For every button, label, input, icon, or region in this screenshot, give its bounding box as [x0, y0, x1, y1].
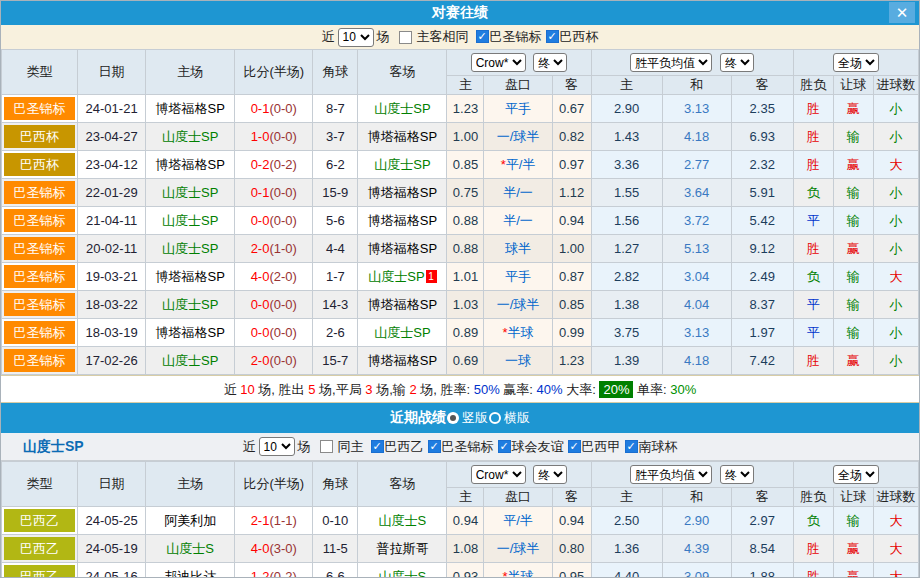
eu-draw-odds: 4.18 — [662, 123, 731, 151]
ah-home-odds: 1.00 — [447, 123, 484, 151]
col-type: 类型 — [2, 462, 78, 507]
home-team: 山度士SP — [146, 235, 235, 263]
ah-final-select[interactable]: 终 — [533, 465, 567, 484]
goals-result-cell: 大 — [873, 535, 918, 563]
odds-provider-select[interactable]: Crow* — [471, 53, 526, 72]
ah-home-odds: 0.85 — [447, 151, 484, 179]
eu-away-odds: 2.35 — [731, 95, 793, 123]
eu-home-odds: 1.36 — [591, 535, 662, 563]
horizontal-radio[interactable] — [489, 412, 501, 424]
eu-home-odds: 2.50 — [591, 507, 662, 535]
vertical-label: 竖版 — [462, 409, 488, 427]
eu-away-odds: 2.32 — [731, 151, 793, 179]
handicap-star: * — [501, 157, 506, 172]
corner-score: 6-2 — [313, 151, 358, 179]
checkbox-checked-icon[interactable] — [625, 440, 638, 453]
away-team: 山度士SP1 — [358, 263, 447, 291]
goals-result-cell: 大 — [873, 151, 918, 179]
scope-select[interactable]: 全场 — [833, 465, 879, 484]
handicap-result-cell: 赢 — [833, 235, 873, 263]
corner-score: 6-6 — [313, 563, 358, 578]
subcol-eu-away: 客 — [731, 488, 793, 507]
summary-token: 40% — [537, 382, 563, 397]
league-badge-cell: 巴西乙 — [2, 507, 78, 535]
checkbox-checked-icon[interactable] — [476, 30, 489, 43]
col-date: 日期 — [78, 462, 146, 507]
checkbox-checked-icon[interactable] — [428, 440, 441, 453]
result-cell: 负 — [793, 507, 833, 535]
eu-draw-odds: 4.18 — [662, 347, 731, 375]
handicap-star: * — [502, 325, 507, 340]
match-date: 24-01-21 — [78, 95, 146, 123]
goals-result-cell: 小 — [873, 347, 918, 375]
match-row: 巴圣锦标19-03-21博塔福格SP4-0(2-0)1-7山度士SP11.01平… — [2, 263, 919, 291]
away-team: 山度士S — [358, 563, 447, 578]
ah-away-odds: 0.99 — [552, 319, 591, 347]
odds-provider-select[interactable]: Crow* — [471, 465, 526, 484]
same-venue-checkbox[interactable] — [399, 31, 412, 44]
close-icon[interactable]: ✕ — [889, 2, 915, 23]
corner-score: 11-5 — [313, 535, 358, 563]
checkbox-checked-icon[interactable] — [498, 440, 511, 453]
match-row: 巴西乙24-05-16邦迪比达1-2(0-2)6-6山度士S0.93*半球0.9… — [2, 563, 919, 578]
checkbox-checked-icon[interactable] — [546, 30, 559, 43]
match-date: 24-05-16 — [78, 563, 146, 578]
eu-home-odds: 3.36 — [591, 151, 662, 179]
same-home-checkbox[interactable] — [320, 440, 333, 453]
checkbox-checked-icon[interactable] — [568, 440, 581, 453]
eu-avg-select[interactable]: 胜平负均值 — [630, 465, 712, 484]
vertical-radio[interactable] — [447, 412, 459, 424]
h2h-count-select[interactable]: 10 — [338, 28, 374, 47]
score: 2-1(1-1) — [235, 507, 313, 535]
eu-final-select[interactable]: 终 — [720, 53, 754, 72]
scope-select[interactable]: 全场 — [833, 53, 879, 72]
league-badge: 巴西杯 — [4, 125, 75, 148]
eu-home-odds: 1.38 — [591, 291, 662, 319]
handicap-result-cell: 输 — [833, 123, 873, 151]
subcol-goals: 进球数 — [873, 488, 918, 507]
subcol-eu-draw: 和 — [662, 488, 731, 507]
result-cell: 胜 — [793, 151, 833, 179]
eu-home-odds: 1.27 — [591, 235, 662, 263]
ah-away-odds: 0.95 — [552, 563, 591, 578]
league-checkbox-label: 巴西乙 — [385, 439, 424, 454]
eu-draw-odds: 2.77 — [662, 151, 731, 179]
match-date: 22-01-29 — [78, 179, 146, 207]
result-cell: 胜 — [793, 235, 833, 263]
eu-home-odds: 1.56 — [591, 207, 662, 235]
eu-away-odds: 8.54 — [731, 535, 793, 563]
result-header: 全场 — [793, 462, 918, 488]
eu-final-select[interactable]: 终 — [720, 465, 754, 484]
away-team: 博塔福格SP — [358, 347, 447, 375]
score: 0-1(0-0) — [235, 179, 313, 207]
ah-final-select[interactable]: 终 — [533, 53, 567, 72]
handicap-result-cell: 输 — [833, 179, 873, 207]
match-date: 23-04-27 — [78, 123, 146, 151]
match-row: 巴圣锦标17-02-26山度士SP2-0(0-0)15-7博塔福格SP0.69一… — [2, 347, 919, 375]
eu-draw-odds: 4.39 — [662, 535, 731, 563]
ah-handicap: 一/球半 — [484, 123, 552, 151]
handicap-result-cell: 赢 — [833, 95, 873, 123]
match-date: 24-05-19 — [78, 535, 146, 563]
league-badge-cell: 巴西杯 — [2, 123, 78, 151]
league-badge: 巴西乙 — [4, 565, 75, 578]
handicap-result-cell: 输 — [833, 263, 873, 291]
corner-score: 2-6 — [313, 319, 358, 347]
checkbox-checked-icon[interactable] — [371, 440, 384, 453]
eu-away-odds: 1.97 — [731, 319, 793, 347]
eu-draw-odds: 3.13 — [662, 319, 731, 347]
result-cell: 负 — [793, 263, 833, 291]
match-date: 17-02-26 — [78, 347, 146, 375]
league-checkbox-label: 巴圣锦标 — [490, 29, 542, 44]
handicap-result-cell: 输 — [833, 319, 873, 347]
away-team: 普拉斯哥 — [358, 535, 447, 563]
same-home-label: 同主 — [338, 438, 364, 456]
league-badge-cell: 巴圣锦标 — [2, 95, 78, 123]
eu-away-odds: 2.97 — [731, 507, 793, 535]
score: 0-0(0-0) — [235, 319, 313, 347]
home-team: 山度士SP — [146, 207, 235, 235]
ah-handicap: 一球 — [484, 347, 552, 375]
recent-filter-bar: 山度士SP 近 10 场 同主 巴西乙巴圣锦标球会友谊巴西甲南球杯 — [1, 433, 919, 461]
eu-avg-select[interactable]: 胜平负均值 — [630, 53, 712, 72]
recent-count-select[interactable]: 10 — [259, 437, 295, 456]
